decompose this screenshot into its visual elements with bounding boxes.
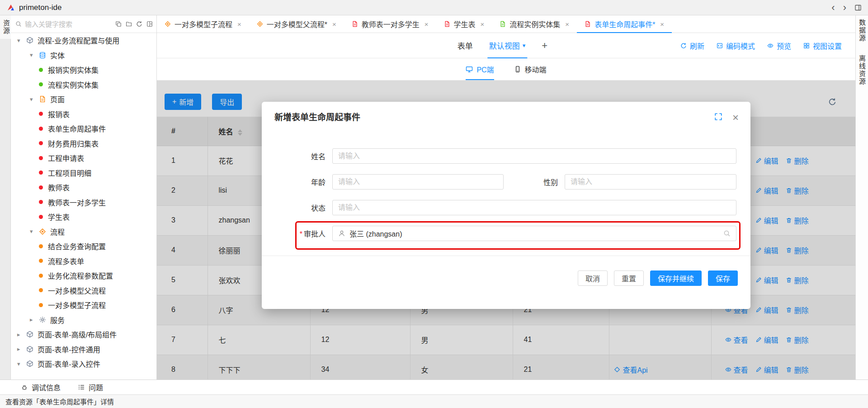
- caret-right-icon[interactable]: ▸: [17, 346, 26, 352]
- tree-item-input-controls[interactable]: ▾页面-表单-录入控件: [11, 356, 156, 371]
- tree-label: 流程: [50, 226, 65, 237]
- app-title: primeton-ide: [19, 3, 62, 12]
- tree-label: 工程申请表: [48, 152, 84, 163]
- name-input[interactable]: [332, 148, 736, 164]
- tree-item-page[interactable]: 学生表: [11, 209, 156, 224]
- titlebar: primeton-ide ‹ ›: [0, 0, 868, 15]
- tab-form[interactable]: 表单: [458, 33, 473, 58]
- close-icon[interactable]: ×: [332, 20, 336, 28]
- tree-item-flow[interactable]: 流程多表单: [11, 254, 156, 269]
- tree-item-flow[interactable]: 业务化流程参数配置: [11, 268, 156, 283]
- fullscreen-icon[interactable]: [714, 113, 722, 123]
- tab-default-view[interactable]: 默认视图▾: [489, 33, 526, 58]
- tree-item-page-group[interactable]: ▾页面: [11, 92, 156, 107]
- refresh-tree-icon[interactable]: [136, 21, 142, 27]
- tree-label: 报销表: [48, 109, 70, 119]
- sidebar-tab-datasource[interactable]: 数据源: [857, 19, 867, 42]
- tree-item-layout-components[interactable]: ▸页面-表单-高级/布局组件: [11, 327, 156, 342]
- tree-label: 页面-表单-控件通用: [38, 344, 100, 355]
- code-mode-button[interactable]: 编码模式: [717, 40, 755, 51]
- cancel-button[interactable]: 取消: [578, 270, 608, 286]
- tab-pc[interactable]: PC端: [466, 58, 494, 80]
- tree-item-entity[interactable]: 流程实例实体集: [11, 77, 156, 92]
- status-bar: 查看资源「表单生命周起事件」详情: [0, 394, 868, 408]
- age-input[interactable]: [332, 174, 504, 190]
- resource-explorer: ▾流程-业务流程配置与使用 ▾实体 报销实例实体集 流程实例实体集 ▾页面 报销…: [11, 15, 157, 380]
- status-input[interactable]: [332, 200, 736, 215]
- search-icon: [723, 230, 731, 237]
- view-settings-label: 视图设置: [813, 40, 842, 51]
- status-text: 查看资源「表单生命周起事件」详情: [5, 397, 114, 406]
- add-view-button[interactable]: +: [542, 40, 547, 52]
- file-tab-bar: 一对多模型子流程× 一对多模型父流程*× 教师表一对多学生× 学生表× 流程实例…: [157, 15, 855, 33]
- tree-item-common-controls[interactable]: ▸页面-表单-控件通用: [11, 342, 156, 357]
- tree-item-flow[interactable]: 一对多模型父流程: [11, 283, 156, 298]
- folder-icon[interactable]: [126, 21, 132, 27]
- status-label: 状态: [262, 202, 326, 213]
- caret-right-icon[interactable]: ▸: [30, 316, 39, 323]
- caret-down-icon[interactable]: ▾: [30, 228, 39, 235]
- close-icon[interactable]: ×: [237, 20, 241, 28]
- entity-dot-icon: [39, 82, 43, 86]
- gender-input[interactable]: [565, 174, 736, 190]
- tree-item-page[interactable]: 教师表: [11, 180, 156, 195]
- collapse-panel-icon[interactable]: [146, 21, 153, 27]
- problems-tab[interactable]: 问题: [78, 382, 103, 393]
- tree-item-page[interactable]: 工程项目明细: [11, 166, 156, 180]
- layout-icon[interactable]: [854, 4, 862, 11]
- tree-label: 结合业务查询配置: [48, 241, 106, 251]
- close-icon[interactable]: ×: [425, 20, 429, 28]
- tree-item-flow[interactable]: 一对多模型子流程: [11, 298, 156, 313]
- caret-down-icon[interactable]: ▾: [30, 52, 39, 58]
- approver-select[interactable]: 张三 (zhangsan): [332, 226, 736, 241]
- debug-info-tab[interactable]: 调试信息: [21, 382, 61, 393]
- tree-item-entity-group[interactable]: ▾实体: [11, 48, 156, 63]
- code-mode-label: 编码模式: [726, 40, 755, 51]
- tree-item-flow[interactable]: 结合业务查询配置: [11, 239, 156, 254]
- file-tab[interactable]: 教师表一对多学生×: [344, 15, 436, 33]
- tree-item-page[interactable]: 教师表一对多学生: [11, 195, 156, 210]
- close-icon[interactable]: ×: [732, 114, 739, 122]
- save-and-continue-button[interactable]: 保存并继续: [650, 270, 702, 286]
- tree-item-flow-config[interactable]: ▾流程-业务流程配置与使用: [11, 33, 156, 48]
- sidebar-tab-offline[interactable]: 离线资源: [857, 55, 867, 85]
- caret-right-icon[interactable]: ▸: [17, 331, 26, 338]
- nav-forward-icon[interactable]: ›: [843, 3, 846, 13]
- close-icon[interactable]: ×: [660, 20, 664, 28]
- tree-label: 学生表: [48, 211, 70, 222]
- close-icon[interactable]: ×: [565, 20, 569, 28]
- tree-item-entity[interactable]: 报销实例实体集: [11, 62, 156, 77]
- page-icon: [39, 95, 46, 103]
- search-input[interactable]: [25, 20, 112, 28]
- reset-button[interactable]: 重置: [614, 270, 644, 286]
- refresh-button[interactable]: 刷新: [680, 40, 704, 51]
- view-settings-button[interactable]: 视图设置: [803, 40, 842, 51]
- tree-item-page[interactable]: 表单生命周起事件: [11, 121, 156, 136]
- preview-button[interactable]: 预览: [767, 40, 791, 51]
- file-tab[interactable]: 一对多模型父流程*×: [249, 15, 344, 33]
- tree-item-page[interactable]: 财务费用归集表: [11, 136, 156, 151]
- tab-mobile[interactable]: 移动端: [514, 58, 547, 80]
- save-button[interactable]: 保存: [708, 270, 738, 286]
- tree-item-page[interactable]: 报销表: [11, 107, 156, 122]
- caret-down-icon[interactable]: ▾: [17, 361, 26, 367]
- file-tab[interactable]: 流程实例实体集×: [492, 15, 577, 33]
- tree-item-page[interactable]: 工程申请表: [11, 151, 156, 166]
- caret-down-icon[interactable]: ▾: [30, 96, 39, 103]
- tree-label: 流程-业务流程配置与使用: [38, 35, 119, 46]
- page-dot-icon: [39, 112, 43, 116]
- tree-item-service-group[interactable]: ▸服务: [11, 313, 156, 327]
- flow-icon: [257, 21, 263, 27]
- file-tab-active[interactable]: 表单生命周起事件*×: [577, 15, 672, 33]
- sidebar-tab-resources[interactable]: 资源: [0, 15, 11, 39]
- file-tab[interactable]: 一对多模型子流程×: [157, 15, 249, 33]
- copy-resource-icon[interactable]: [115, 21, 122, 27]
- file-tab[interactable]: 学生表×: [436, 15, 492, 33]
- file-tab-label: 教师表一对多学生: [362, 19, 420, 29]
- page-dot-icon: [39, 185, 43, 190]
- caret-down-icon[interactable]: ▾: [17, 37, 26, 44]
- nav-back-icon[interactable]: ‹: [831, 3, 835, 13]
- close-icon[interactable]: ×: [481, 20, 485, 28]
- tree-item-flow-group[interactable]: ▾流程: [11, 224, 156, 239]
- gender-label: 性别: [504, 176, 558, 187]
